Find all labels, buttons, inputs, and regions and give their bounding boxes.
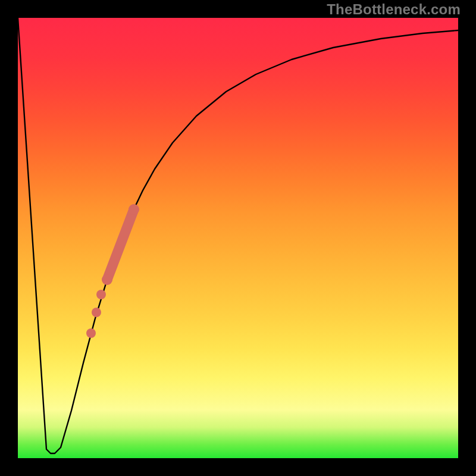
highlight-segment bbox=[107, 209, 134, 280]
highlight-dot bbox=[96, 290, 106, 299]
highlight-dot bbox=[102, 274, 112, 285]
chart-plot bbox=[18, 18, 458, 458]
highlight-dot bbox=[129, 204, 139, 215]
watermark-text: TheBottleneck.com bbox=[327, 1, 461, 18]
bottleneck-curve bbox=[18, 18, 458, 453]
highlight-markers bbox=[86, 204, 139, 338]
highlight-dot bbox=[86, 328, 96, 338]
highlight-dot bbox=[92, 308, 101, 317]
curve-group bbox=[18, 18, 458, 453]
chart-frame: TheBottleneck.com bbox=[0, 0, 476, 476]
